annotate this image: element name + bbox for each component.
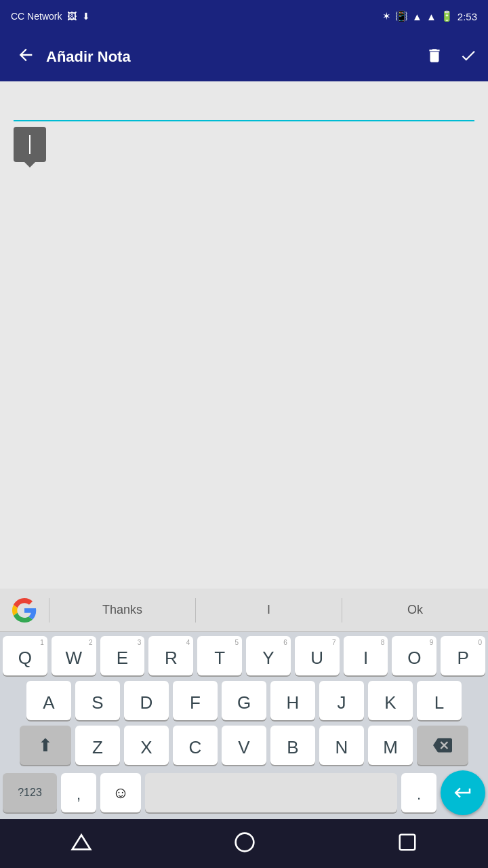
download-icon: ⬇ bbox=[82, 11, 90, 22]
svg-marker-0 bbox=[73, 835, 91, 849]
key-z[interactable]: Z bbox=[75, 726, 120, 765]
key-d[interactable]: D bbox=[124, 681, 169, 720]
wifi-icon: ▲ bbox=[412, 11, 422, 22]
key-u[interactable]: 7U bbox=[295, 636, 340, 675]
key-c[interactable]: C bbox=[173, 726, 218, 765]
numbers-button[interactable]: ?123 bbox=[3, 773, 57, 812]
vibrate-icon: 📳 bbox=[395, 10, 408, 22]
delete-button[interactable] bbox=[426, 47, 443, 67]
network-name: CC Network bbox=[11, 11, 62, 22]
suggestion-thanks[interactable]: Thanks bbox=[49, 589, 195, 631]
key-e[interactable]: 3E bbox=[100, 636, 145, 675]
svg-point-1 bbox=[236, 833, 254, 852]
key-row-1: 1Q 2W 3E 4R 5T 6Y 7U 8I 9O 0P bbox=[3, 636, 485, 675]
key-row-2: A S D F G H J K L bbox=[3, 681, 485, 720]
keyboard-rows: 1Q 2W 3E 4R 5T 6Y 7U 8I 9O 0P A S D F G … bbox=[0, 632, 488, 819]
key-y[interactable]: 6Y bbox=[246, 636, 291, 675]
key-w[interactable]: 2W bbox=[52, 636, 96, 675]
signal-icon: ▲ bbox=[426, 11, 436, 22]
comma-key[interactable]: , bbox=[61, 773, 96, 812]
backspace-button[interactable] bbox=[417, 726, 468, 765]
battery-icon: 🔋 bbox=[441, 10, 453, 22]
status-bar-right: ✶ 📳 ▲ ▲ 🔋 2:53 bbox=[382, 10, 477, 22]
status-bar-left: CC Network 🖼 ⬇ bbox=[11, 11, 90, 22]
bluetooth-icon: ✶ bbox=[382, 10, 391, 22]
key-g[interactable]: G bbox=[222, 681, 266, 720]
nav-home-button[interactable] bbox=[234, 831, 256, 856]
key-l[interactable]: L bbox=[417, 681, 462, 720]
svg-rect-2 bbox=[399, 835, 415, 850]
period-key[interactable]: . bbox=[401, 773, 436, 812]
app-bar-actions bbox=[426, 47, 477, 67]
suggestion-i[interactable]: I bbox=[196, 589, 342, 631]
nav-bar bbox=[0, 819, 488, 868]
key-x[interactable]: X bbox=[124, 726, 169, 765]
content-area bbox=[0, 81, 488, 589]
key-row-3: ⬆ Z X C V B N M bbox=[3, 726, 485, 765]
status-bar: CC Network 🖼 ⬇ ✶ 📳 ▲ ▲ 🔋 2:53 bbox=[0, 0, 488, 33]
key-a[interactable]: A bbox=[26, 681, 71, 720]
emoji-button[interactable]: ☺ bbox=[100, 773, 141, 812]
clock: 2:53 bbox=[458, 11, 477, 22]
shift-button[interactable]: ⬆ bbox=[20, 726, 71, 765]
key-s[interactable]: S bbox=[75, 681, 120, 720]
app-bar: Añadir Nota bbox=[0, 33, 488, 81]
key-m[interactable]: M bbox=[368, 726, 413, 765]
keyboard-area: Thanks I Ok 1Q 2W 3E 4R 5T 6Y 7U 8I 9O 0… bbox=[0, 589, 488, 819]
notification-icon: 🖼 bbox=[67, 11, 77, 22]
back-button[interactable] bbox=[11, 40, 41, 75]
text-cursor-handle bbox=[14, 127, 46, 162]
enter-button[interactable] bbox=[441, 770, 485, 815]
key-p[interactable]: 0P bbox=[441, 636, 485, 675]
key-n[interactable]: N bbox=[319, 726, 364, 765]
key-i[interactable]: 8I bbox=[344, 636, 388, 675]
key-k[interactable]: K bbox=[368, 681, 413, 720]
page-title: Añadir Nota bbox=[46, 48, 426, 66]
confirm-button[interactable] bbox=[460, 47, 477, 67]
key-o[interactable]: 9O bbox=[392, 636, 436, 675]
key-b[interactable]: B bbox=[270, 726, 315, 765]
suggestion-bar: Thanks I Ok bbox=[0, 589, 488, 632]
key-row-4: ?123 , ☺ . bbox=[3, 770, 485, 815]
key-f[interactable]: F bbox=[173, 681, 218, 720]
key-r[interactable]: 4R bbox=[148, 636, 193, 675]
note-input[interactable] bbox=[14, 95, 474, 121]
key-h[interactable]: H bbox=[270, 681, 315, 720]
nav-recent-button[interactable] bbox=[397, 832, 418, 855]
nav-back-button[interactable] bbox=[70, 831, 92, 856]
key-t[interactable]: 5T bbox=[197, 636, 242, 675]
key-v[interactable]: V bbox=[222, 726, 266, 765]
key-q[interactable]: 1Q bbox=[3, 636, 47, 675]
key-j[interactable]: J bbox=[319, 681, 364, 720]
google-logo bbox=[8, 594, 41, 627]
space-key[interactable] bbox=[145, 773, 397, 812]
suggestion-ok[interactable]: Ok bbox=[342, 589, 488, 631]
